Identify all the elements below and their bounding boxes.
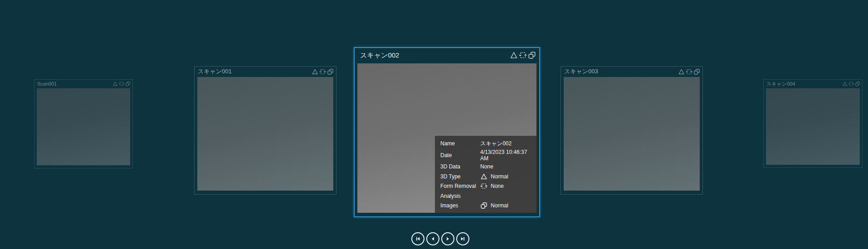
scan-thumbnail bbox=[197, 77, 333, 191]
scan-status-badges bbox=[312, 68, 334, 75]
scan-card-header: スキャン002 bbox=[355, 48, 539, 62]
tooltip-row-analysis: Analysis bbox=[440, 192, 533, 201]
scan-card-title: Scan001 bbox=[37, 81, 57, 86]
tooltip-value: スキャン002 bbox=[480, 140, 512, 148]
previous-button[interactable] bbox=[426, 232, 439, 245]
skip-to-last-icon bbox=[459, 235, 466, 242]
images-icon bbox=[855, 81, 860, 86]
skip-to-first-icon bbox=[414, 235, 421, 242]
form-removal-icon bbox=[848, 81, 854, 86]
tooltip-label: Analysis bbox=[440, 193, 480, 199]
scan-thumbnail bbox=[564, 77, 700, 191]
tooltip-row-3d-type: 3D Type Normal bbox=[440, 172, 533, 181]
tooltip-label: Name bbox=[440, 140, 480, 147]
3d-type-triangle-icon bbox=[842, 81, 848, 86]
scan-card-title: スキャン001 bbox=[198, 67, 232, 76]
next-icon bbox=[444, 235, 451, 242]
scan-card-scan001-jp[interactable]: スキャン001 bbox=[194, 66, 336, 195]
images-icon bbox=[327, 68, 334, 75]
tooltip-row-3d-data: 3D Data None bbox=[440, 162, 533, 171]
tooltip-value: None bbox=[480, 163, 493, 170]
form-removal-icon bbox=[319, 68, 326, 75]
tooltip-value: Normal bbox=[491, 202, 508, 209]
form-removal-icon bbox=[686, 68, 692, 75]
tooltip-label: 3D Type bbox=[440, 173, 480, 180]
form-removal-icon bbox=[519, 51, 527, 59]
3d-type-triangle-icon bbox=[678, 68, 685, 75]
scan-card-header: スキャン001 bbox=[195, 67, 336, 77]
triangle-icon bbox=[480, 173, 488, 180]
scan-thumbnail bbox=[766, 88, 860, 165]
scan-status-badges bbox=[842, 81, 860, 86]
tooltip-row-form-removal: Form Removal None bbox=[440, 182, 533, 191]
images-icon bbox=[528, 51, 536, 59]
scan-status-badges bbox=[510, 51, 536, 59]
form-removal-icon bbox=[480, 182, 488, 190]
tooltip-label: Date bbox=[440, 152, 480, 158]
form-removal-icon bbox=[119, 81, 124, 86]
tooltip-row-date: Date 4/13/2023 10:46:37 AM bbox=[440, 149, 533, 162]
scan-card-header: スキャン004 bbox=[764, 80, 862, 88]
tooltip-value: Normal bbox=[491, 173, 508, 180]
scan-texture bbox=[564, 77, 700, 191]
skip-to-first-button[interactable] bbox=[411, 232, 424, 245]
scan-card-scan004[interactable]: スキャン004 bbox=[763, 79, 863, 168]
scan-thumbnail bbox=[37, 88, 130, 165]
3d-type-triangle-icon bbox=[312, 68, 318, 75]
scan-thumbnail: Name スキャン002 Date 4/13/2023 10:46:37 AM … bbox=[357, 63, 536, 213]
scan-card-title: スキャン004 bbox=[766, 81, 795, 87]
3d-type-triangle-icon bbox=[510, 51, 518, 59]
scan-card-header: スキャン003 bbox=[561, 67, 702, 77]
scan-status-badges bbox=[678, 68, 700, 75]
tooltip-label: Form Removal bbox=[440, 183, 480, 189]
3d-type-triangle-icon bbox=[112, 81, 118, 86]
images-icon bbox=[125, 81, 131, 86]
images-icon bbox=[693, 68, 700, 75]
tooltip-row-images: Images Normal bbox=[440, 201, 533, 210]
scan-card-scan003[interactable]: スキャン003 bbox=[561, 66, 703, 195]
tooltip-value: None bbox=[491, 183, 504, 189]
scan-card-title: スキャン002 bbox=[360, 51, 399, 60]
tooltip-value: 4/13/2023 10:46:37 AM bbox=[480, 149, 533, 162]
carousel-navigation bbox=[411, 232, 469, 245]
previous-icon bbox=[429, 235, 436, 242]
scan-card-scan001[interactable]: Scan001 bbox=[34, 79, 133, 168]
next-button[interactable] bbox=[441, 232, 454, 245]
skip-to-last-button[interactable] bbox=[456, 232, 469, 245]
scan-info-tooltip: Name スキャン002 Date 4/13/2023 10:46:37 AM … bbox=[435, 136, 536, 213]
images-icon bbox=[480, 202, 488, 209]
scan-card-scan002-selected[interactable]: スキャン002 Name スキャン002 Date 4/13/2023 10:4… bbox=[354, 47, 540, 217]
scan-texture bbox=[197, 77, 333, 191]
tooltip-label: 3D Data bbox=[440, 163, 480, 170]
scan-status-badges bbox=[112, 81, 131, 86]
tooltip-row-name: Name スキャン002 bbox=[440, 139, 533, 148]
scan-card-header: Scan001 bbox=[34, 80, 132, 88]
scan-card-title: スキャン003 bbox=[564, 67, 598, 76]
tooltip-label: Images bbox=[440, 202, 480, 209]
